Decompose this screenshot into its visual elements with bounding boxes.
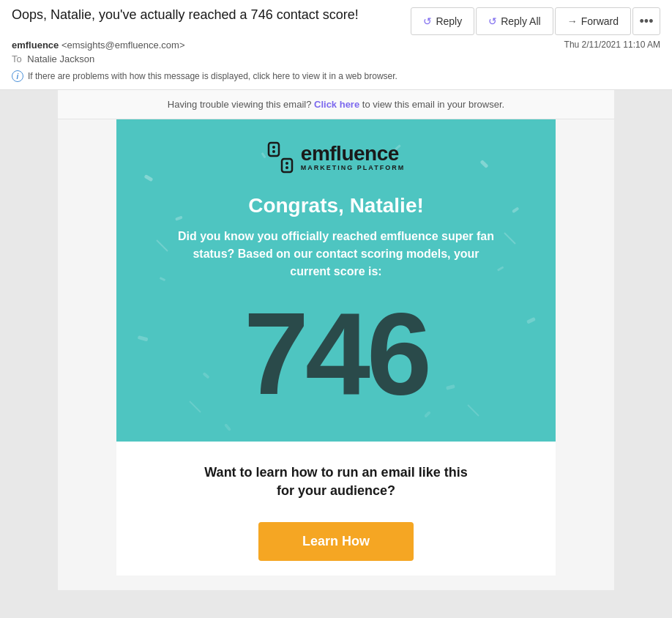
svg-point-23	[285, 166, 288, 169]
viewing-suffix: to view this email in your browser.	[362, 99, 504, 110]
toolbar-buttons: ↺ Reply ↺ Reply All → Forward •••	[411, 7, 660, 35]
svg-line-15	[504, 233, 515, 244]
logo-area: emfluence MARKETING PLATFORM	[146, 141, 526, 174]
svg-point-20	[272, 146, 275, 149]
email-meta-row: emfluence <emsights@emfluence.com> Thu 2…	[12, 40, 660, 51]
svg-line-14	[157, 240, 168, 251]
congrats-body: Did you know you officially reached emfl…	[175, 228, 497, 280]
svg-rect-19	[282, 159, 292, 172]
teal-banner: emfluence MARKETING PLATFORM Congrats, N…	[116, 119, 556, 442]
subject-row: Oops, Natalie, you've actually reached a…	[12, 7, 660, 35]
logo-text: emfluence MARKETING PLATFORM	[301, 144, 405, 171]
from-email: <emsights@emfluence.com>	[61, 40, 185, 51]
viewing-notice: Having trouble viewing this email? Click…	[58, 90, 614, 119]
logo-sub: MARKETING PLATFORM	[301, 164, 405, 171]
bottom-headline: Want to learn how to run an email like t…	[146, 464, 526, 500]
reply-all-label: Reply All	[501, 15, 540, 27]
svg-rect-10	[160, 277, 166, 281]
forward-button[interactable]: → Forward	[555, 7, 631, 35]
to-name: Natalie Jackson	[27, 53, 94, 64]
warning-text: If there are problems with how this mess…	[28, 71, 397, 81]
from-name: emfluence	[12, 40, 59, 51]
viewing-notice-text: Having trouble viewing this email?	[168, 99, 312, 110]
email-to-row: To Natalie Jackson	[12, 53, 660, 64]
congrats-title: Congrats, Natalie!	[146, 194, 526, 217]
learn-how-button[interactable]: Learn How	[258, 522, 414, 561]
reply-all-icon: ↺	[488, 15, 497, 27]
email-warning: i If there are problems with how this me…	[12, 67, 660, 85]
email-subject: Oops, Natalie, you've actually reached a…	[12, 7, 411, 23]
info-icon: i	[12, 70, 23, 82]
email-body-container[interactable]: Having trouble viewing this email? Click…	[0, 90, 672, 618]
forward-icon: →	[567, 15, 578, 27]
svg-rect-11	[497, 267, 504, 272]
reply-icon: ↺	[423, 15, 432, 27]
more-options-button[interactable]: •••	[632, 7, 660, 35]
svg-rect-0	[144, 174, 154, 182]
email-content: Having trouble viewing this email? Click…	[58, 90, 614, 590]
click-here-link[interactable]: Click here	[314, 99, 359, 110]
to-label: To	[12, 53, 22, 64]
svg-rect-18	[269, 143, 279, 156]
reply-button[interactable]: ↺ Reply	[411, 7, 474, 35]
score-number: 746	[146, 295, 526, 412]
more-icon: •••	[640, 14, 654, 29]
svg-point-22	[285, 162, 288, 165]
logo-icon	[267, 141, 294, 174]
svg-point-21	[272, 150, 275, 153]
email-card: emfluence MARKETING PLATFORM Congrats, N…	[116, 119, 556, 576]
email-date: Thu 2/11/2021 11:10 AM	[564, 40, 660, 50]
reply-label: Reply	[436, 15, 462, 27]
bottom-section: Want to learn how to run an email like t…	[116, 442, 556, 576]
svg-rect-12	[224, 423, 231, 431]
logo-name: emfluence	[301, 144, 405, 164]
email-from: emfluence <emsights@emfluence.com>	[12, 40, 185, 51]
email-header: Oops, Natalie, you've actually reached a…	[0, 0, 672, 90]
bottom-headline-line1: Want to learn how to run an email like t…	[204, 465, 467, 480]
svg-rect-5	[526, 317, 536, 324]
reply-all-button[interactable]: ↺ Reply All	[476, 7, 553, 35]
bottom-headline-line2: for your audience?	[277, 483, 395, 498]
forward-label: Forward	[581, 15, 619, 27]
